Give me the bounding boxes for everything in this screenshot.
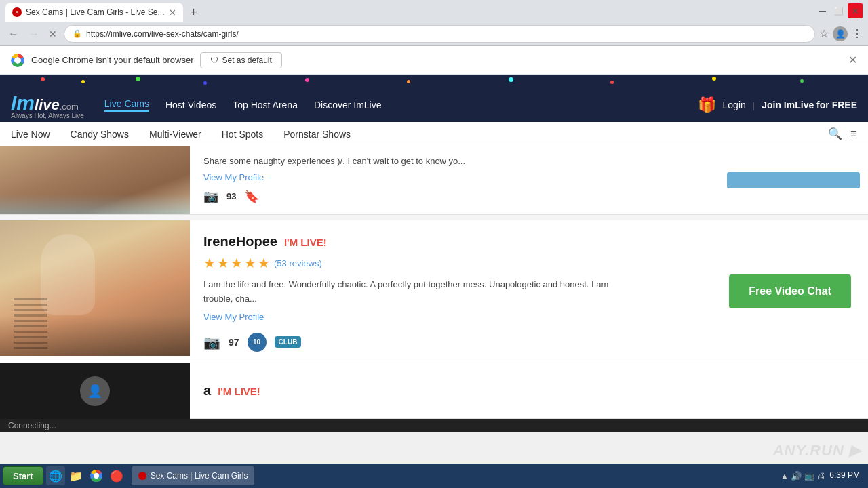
taskbar-right: ▲ 🔊 📺 🖨 6:39 PM <box>781 470 865 481</box>
new-tab-button[interactable]: + <box>184 3 203 22</box>
main-nav: Live Cams Host Videos Top Host Arena Dis… <box>104 98 677 112</box>
minimize-button[interactable]: ─ <box>815 3 830 18</box>
sub-nav-multi-viewer[interactable]: Multi-Viewer <box>149 129 201 140</box>
star-3: ★ <box>231 255 243 271</box>
connecting-live-badge: I'M LIVE! <box>218 386 260 397</box>
join-button[interactable]: Join ImLive for FREE <box>762 100 857 110</box>
irene-description: I am the life and free. Wonderfully chao… <box>203 278 610 306</box>
tab-title: Sex Cams | Live Cam Girls - Live Se... <box>26 7 165 17</box>
svg-point-3 <box>94 473 99 479</box>
forward-button[interactable]: → <box>26 28 42 40</box>
anyrun-text: ANY.RUN ▶ <box>773 442 861 459</box>
sub-nav-right: 🔍 ≡ <box>828 127 857 141</box>
first-cam-count: 93 <box>226 191 236 201</box>
nav-top-host-arena[interactable]: Top Host Arena <box>233 100 298 110</box>
menu-icon[interactable]: ⋮ <box>852 27 863 40</box>
logo[interactable]: Im live .com <box>11 92 84 115</box>
camera-icon: 📷 <box>203 189 218 204</box>
irene-reviews-link[interactable]: (53 reviews) <box>274 258 322 268</box>
irene-camera-icon: 📷 <box>203 334 220 350</box>
printer-icon[interactable]: 🖨 <box>817 471 825 481</box>
taskbar-ie-icon[interactable]: 🌐 <box>46 466 65 485</box>
display-icon[interactable]: 📺 <box>804 471 814 481</box>
content-area: Share some naughty experiences )/. I can… <box>0 146 868 419</box>
taskbar-red-icon[interactable]: 🔴 <box>107 466 126 485</box>
connecting-label: a <box>203 383 211 399</box>
star-4: ★ <box>244 255 256 271</box>
logo-dotcom-text: .com <box>60 102 79 112</box>
start-button[interactable]: Start <box>3 466 43 485</box>
connecting-info: a I'M LIVE! <box>190 363 868 418</box>
sub-nav-pornstar-shows[interactable]: Pornstar Shows <box>283 129 351 140</box>
notification-text: Google Chrome isn't your default browser <box>31 55 193 65</box>
website-container: Im live .com Always Hot, Always Live Liv… <box>0 75 868 432</box>
irene-badge-icon: 10 <box>248 333 267 352</box>
first-profile-info: Share some naughty experiences )/. I can… <box>190 146 719 214</box>
sub-nav-live-now[interactable]: Live Now <box>11 129 50 140</box>
irene-club-badge: CLUB <box>275 336 302 348</box>
browser-title-bar: S Sex Cams | Live Cam Girls - Live Se...… <box>0 0 868 22</box>
connecting-avatar: 👤 <box>80 376 110 406</box>
sub-nav-candy-shows[interactable]: Candy Shows <box>71 129 129 140</box>
search-icon[interactable]: 🔍 <box>828 127 842 141</box>
svg-point-1 <box>14 57 21 64</box>
set-default-button[interactable]: 🛡 Set as default <box>200 52 281 68</box>
divider-line <box>0 215 868 220</box>
reload-button[interactable]: ✕ <box>46 28 60 39</box>
volume-icon[interactable]: 🔊 <box>791 471 802 481</box>
first-profile-desc: Share some naughty experiences )/. I can… <box>203 155 705 168</box>
star-1: ★ <box>203 255 216 271</box>
first-profile-stats: 📷 93 🔖 <box>203 189 705 204</box>
badge-icon-first: 🔖 <box>244 189 259 204</box>
first-view-profile-link[interactable]: View My Profile <box>203 172 264 182</box>
notification-bar: Google Chrome isn't your default browser… <box>0 46 868 75</box>
profile-icon[interactable]: 👤 <box>833 26 848 41</box>
irene-profile-image[interactable] <box>0 220 190 356</box>
url-input[interactable]: 🔒 https://imlive.com/live-sex-chats/cam-… <box>64 25 815 43</box>
status-bar: Connecting... <box>0 419 868 432</box>
nav-host-videos[interactable]: Host Videos <box>165 100 216 110</box>
irene-live-badge: I'M LIVE! <box>284 237 327 248</box>
maximize-button[interactable]: ⬜ <box>831 3 846 18</box>
star-2: ★ <box>217 255 229 271</box>
connecting-image: 👤 <box>0 363 190 419</box>
logo-area: Im live .com Always Hot, Always Live <box>11 92 84 119</box>
first-profile-image[interactable] <box>0 146 190 214</box>
tab-close-icon[interactable]: ✕ <box>169 7 176 18</box>
active-tab[interactable]: S Sex Cams | Live Cam Girls - Live Se...… <box>5 3 183 22</box>
irene-name[interactable]: IreneHopee <box>203 234 277 249</box>
irene-profile-info: IreneHopee I'M LIVE! ★ ★ ★ ★ ★ (53 revie… <box>190 220 712 363</box>
logo-tagline: Always Hot, Always Live <box>11 112 84 119</box>
taskbar-folder-icon[interactable]: 📁 <box>66 466 85 485</box>
address-bar: ← → ✕ 🔒 https://imlive.com/live-sex-chat… <box>0 22 868 46</box>
irene-stars: ★ ★ ★ ★ ★ (53 reviews) <box>203 255 698 271</box>
tab-favicon: S <box>12 7 22 17</box>
login-link[interactable]: Login <box>723 100 746 110</box>
time-display: 6:39 PM <box>829 470 860 481</box>
tab-bar: S Sex Cams | Live Cam Girls - Live Se...… <box>5 0 203 22</box>
lock-icon: 🔒 <box>73 29 82 38</box>
gift-icon: 🎁 <box>698 96 716 114</box>
irene-view-profile-link[interactable]: View My Profile <box>203 312 264 322</box>
irene-cam-count: 97 <box>229 337 239 348</box>
taskbar-active-window[interactable]: Sex Cams | Live Cam Girls <box>132 466 255 485</box>
irene-profile-stats: 📷 97 10 CLUB <box>203 333 698 352</box>
sub-nav-hot-spots[interactable]: Hot Spots <box>222 129 263 140</box>
nav-live-cams[interactable]: Live Cams <box>104 98 149 112</box>
logo-im-text: Im <box>11 92 35 115</box>
free-video-chat-button[interactable]: Free Video Chat <box>729 274 851 308</box>
close-button[interactable]: ✕ <box>848 3 863 18</box>
irene-cta-area: Free Video Chat <box>712 220 868 363</box>
notification-close-icon[interactable]: ✕ <box>848 54 857 66</box>
star-half: ★ <box>258 255 270 271</box>
url-text: https://imlive.com/live-sex-chats/cam-gi… <box>86 29 239 39</box>
taskbar: Start 🌐 📁 🔴 Sex Cams | Live Cam Girls ▲ … <box>0 464 868 488</box>
connecting-card: 👤 a I'M LIVE! <box>0 363 868 419</box>
bookmark-icon[interactable]: ☆ <box>819 27 829 40</box>
nav-discover-imlive[interactable]: Discover ImLive <box>314 100 382 110</box>
back-button[interactable]: ← <box>5 28 22 40</box>
first-profile-card: Share some naughty experiences )/. I can… <box>0 146 868 215</box>
filter-icon[interactable]: ≡ <box>850 127 857 141</box>
arrow-up-icon[interactable]: ▲ <box>781 472 788 480</box>
taskbar-chrome-icon[interactable] <box>87 466 106 485</box>
